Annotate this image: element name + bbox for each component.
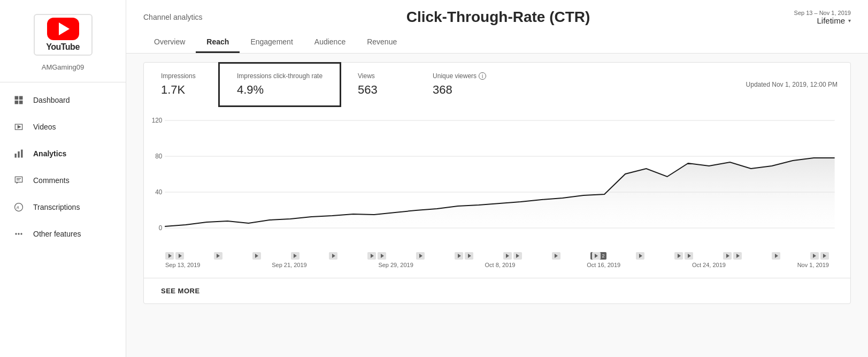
video-thumbnail-icon[interactable] [214,252,222,260]
metric-views: Views 563 [341,64,416,105]
video-icon-group-9 [503,252,522,260]
sidebar-navigation: Dashboard Videos Analytics Comments A [0,82,126,357]
page-title: Click-Through-Rate (CTR) [203,9,794,26]
video-thumbnail-icon[interactable] [723,252,732,260]
content-area: Impressions 1.7K Impressions click-throu… [126,54,868,321]
video-thumbnail-icon[interactable] [465,252,473,260]
video-icon-group-1 [165,252,184,260]
tab-revenue[interactable]: Revenue [356,32,408,53]
updated-text: Updated Nov 1, 2019, 12:00 PM [733,72,850,97]
metric-impressions: Impressions 1.7K [144,64,219,105]
metric-unique-viewers-label: Unique viewers i [433,72,486,80]
sidebar-logo: YouTube AMGaming09 [0,0,126,82]
video-thumbnail-icon[interactable] [820,252,829,260]
metric-unique-viewers-value: 368 [433,83,486,97]
video-thumbnail-icon[interactable] [329,252,337,260]
video-thumbnail-icon[interactable] [378,252,386,260]
sidebar-item-comments-label: Comments [33,176,70,185]
x-label-nov1: Nov 1, 2019 [797,262,829,268]
dropdown-arrow-icon: ▾ [848,18,851,24]
sidebar-item-dashboard[interactable]: Dashboard [0,87,126,113]
main-content: Channel analytics Click-Through-Rate (CT… [126,0,868,357]
video-thumbnail-icon[interactable] [674,252,683,260]
metric-impressions-label: Impressions [161,72,202,80]
video-thumbnail-icon[interactable] [291,252,299,260]
video-icon-group-14 [723,252,742,260]
youtube-logo: YouTube [28,11,98,59]
video-thumbnail-icon[interactable] [503,252,512,260]
sidebar-item-videos[interactable]: Videos [0,113,126,140]
svg-text:40: 40 [155,188,162,196]
video-thumbnail-icon[interactable] [175,252,184,260]
sidebar-item-videos-label: Videos [33,123,56,131]
tab-audience[interactable]: Audience [304,32,356,53]
date-range-label: Sep 13 – Nov 1, 2019 [794,10,851,16]
sidebar-item-dashboard-label: Dashboard [33,96,70,104]
video-thumbnail-icon[interactable] [367,252,376,260]
svg-rect-5 [15,154,17,158]
video-thumbnail-icon[interactable] [636,252,644,260]
video-icon-group-8 [455,252,473,260]
sidebar-item-comments[interactable]: Comments [0,167,126,194]
svg-text:A: A [16,205,19,210]
metric-views-value: 563 [358,83,398,97]
metric-views-label: Views [358,72,398,80]
sidebar: YouTube AMGaming09 Dashboard Videos Anal… [0,0,126,357]
tab-reach[interactable]: Reach [196,32,240,53]
video-thumbnail-icon[interactable] [513,252,522,260]
x-label-sep21: Sep 21, 2019 [272,262,306,268]
svg-text:80: 80 [155,153,162,160]
youtube-play-icon [59,22,70,35]
see-more-button[interactable]: SEE MORE [144,278,850,303]
video-icon-group-13 [674,252,693,260]
youtube-text: YouTube [46,42,80,52]
video-thumbnail-icon[interactable] [552,252,560,260]
sidebar-item-analytics[interactable]: Analytics [0,140,126,167]
metrics-top-row: Impressions 1.7K Impressions click-throu… [144,63,850,107]
video-thumbnail-icon[interactable] [810,252,819,260]
video-icon-group-10 [552,252,560,260]
video-icon-group-15 [772,252,780,260]
video-icon-group-7 [416,252,425,260]
metrics-card: Impressions 1.7K Impressions click-throu… [143,62,851,304]
svg-rect-3 [19,101,23,104]
svg-rect-0 [15,96,19,100]
svg-point-14 [20,233,22,234]
video-thumbnail-icon[interactable] [455,252,463,260]
analytics-icon [13,148,25,159]
svg-rect-6 [18,151,19,158]
tab-engagement[interactable]: Engagement [240,32,303,53]
unique-viewers-info-icon[interactable]: i [479,72,486,80]
dashboard-icon [13,94,25,106]
main-header: Channel analytics Click-Through-Rate (CT… [126,0,868,54]
x-label-oct24: Oct 24, 2019 [692,262,726,268]
date-range-selector[interactable]: Sep 13 – Nov 1, 2019 Lifetime ▾ [794,10,851,25]
chart-x-labels: Sep 13, 2019 Sep 21, 2019 Sep 29, 2019 O… [144,260,850,268]
svg-text:0: 0 [159,224,163,232]
sidebar-item-transcriptions[interactable]: A Transcriptions [0,194,126,221]
other-features-icon [13,228,25,240]
channel-analytics-label: Channel analytics [143,13,203,21]
video-thumbnail-icon[interactable] [165,252,174,260]
video-icon-group-5 [329,252,337,260]
video-thumbnail-icon[interactable] [416,252,425,260]
metric-unique-viewers: Unique viewers i 368 [416,64,503,105]
video-thumbnail-icon[interactable] [685,252,693,260]
video-thumbnail-icon[interactable] [252,252,261,260]
video-icon-group-6 [367,252,386,260]
video-icon-group-3 [252,252,261,260]
tab-overview[interactable]: Overview [143,32,196,53]
video-thumbnail-icon[interactable] [772,252,780,260]
video-icons-row: 2 [144,252,850,260]
chart-area: 120 80 40 0 [144,107,850,278]
sidebar-item-other-features[interactable]: Other features [0,221,126,247]
metric-impressions-value: 1.7K [161,83,202,97]
sidebar-item-analytics-label: Analytics [33,149,66,158]
x-label-sep13: Sep 13, 2019 [165,262,200,268]
ctr-chart: 120 80 40 0 [144,115,850,254]
metric-ctr-label: Impressions click-through rate [237,72,322,80]
sidebar-item-other-features-label: Other features [33,230,81,238]
svg-rect-1 [19,96,23,100]
video-thumbnail-icon[interactable] [733,252,742,260]
video-thumbnail-icon[interactable] [592,252,601,260]
